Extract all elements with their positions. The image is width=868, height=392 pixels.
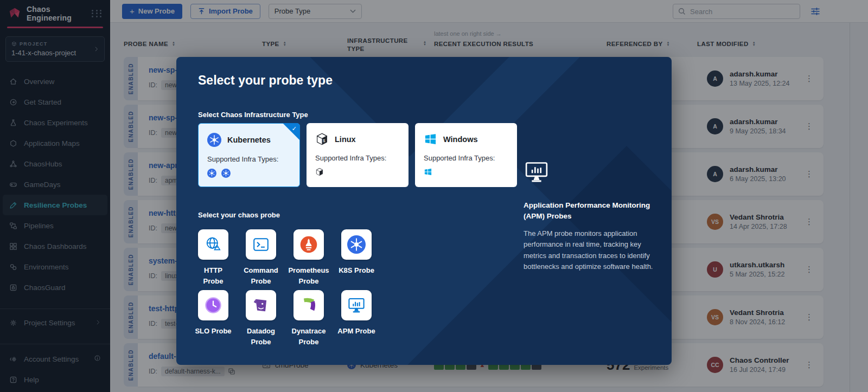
- infra-section-label: Select Chaos Infrastructure Type: [198, 111, 308, 119]
- windows-icon: [424, 168, 432, 176]
- probe-tile-apm[interactable]: [341, 290, 372, 320]
- slo-gauge-icon: [204, 296, 222, 314]
- dynatrace-icon: [299, 296, 318, 314]
- probe-label: K8S Probe: [333, 265, 380, 276]
- apm-monitor-icon: [347, 297, 366, 314]
- svg-text:$: $: [323, 138, 325, 143]
- probe-tile-command[interactable]: [246, 229, 276, 260]
- probe-tile-prometheus[interactable]: [293, 229, 324, 260]
- probe-section-label: Select your chaos probe: [198, 211, 280, 219]
- kubernetes-icon: [207, 133, 221, 147]
- kubernetes-icon: [207, 169, 216, 178]
- apm-info-description: The APM probe monitors application perfo…: [524, 228, 663, 273]
- kubernetes-icon: [221, 169, 231, 178]
- probe-tile-dynatrace[interactable]: [293, 290, 324, 320]
- infra-card-kubernetes[interactable]: ✓ Kubernetes Supported Infra Types:: [198, 123, 300, 187]
- probe-label: PrometheusProbe: [285, 265, 333, 287]
- datadog-icon: [252, 297, 270, 314]
- apm-monitor-icon: [524, 160, 550, 184]
- apm-info-panel: Application Performance Monitoring (APM)…: [524, 160, 663, 273]
- apm-info-title: Application Performance Monitoring (APM)…: [524, 200, 663, 222]
- linux-icon: $: [315, 132, 329, 146]
- select-probe-type-modal: Select your probe type Select Chaos Infr…: [176, 57, 672, 365]
- probe-label: DatadogProbe: [237, 326, 285, 348]
- kubernetes-icon: [347, 235, 366, 254]
- linux-icon: [315, 168, 324, 176]
- command-terminal-icon: [252, 236, 270, 253]
- probe-label: CommandProbe: [237, 265, 285, 287]
- windows-icon: [424, 132, 437, 146]
- probe-label: HTTPProbe: [189, 265, 237, 287]
- probe-label: SLO Probe: [189, 326, 237, 337]
- probe-label: APM Probe: [333, 326, 380, 337]
- probe-tile-slo[interactable]: [198, 290, 228, 320]
- probe-tile-http[interactable]: [198, 229, 228, 260]
- prometheus-icon: [299, 235, 318, 254]
- probe-label: DynatraceProbe: [285, 326, 333, 348]
- modal-title: Select your probe type: [198, 73, 333, 88]
- probe-tile-k8s[interactable]: [341, 229, 372, 260]
- http-globe-warning-icon: [204, 235, 222, 254]
- infra-card-windows[interactable]: Windows Supported Infra Types:: [415, 123, 517, 187]
- infra-card-linux[interactable]: $ Linux Supported Infra Types:: [307, 123, 409, 187]
- probe-tile-datadog[interactable]: [246, 290, 276, 320]
- check-icon: ✓: [292, 125, 297, 132]
